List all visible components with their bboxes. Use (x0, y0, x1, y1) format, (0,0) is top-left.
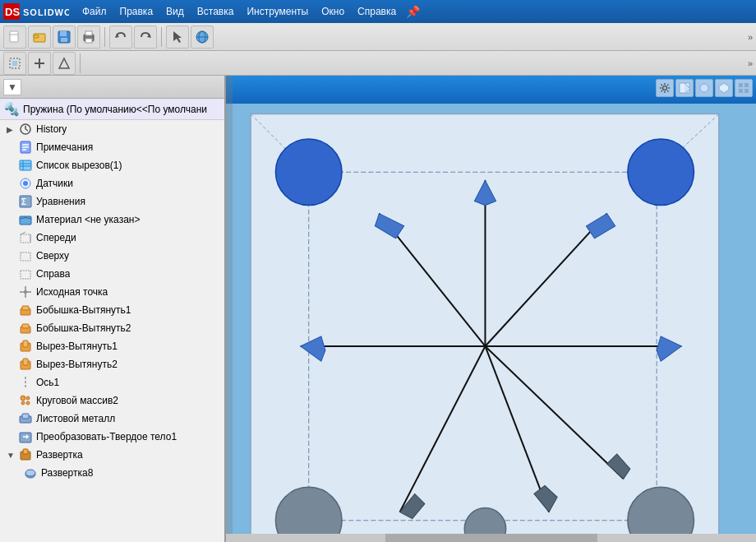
tree-item-notes[interactable]: Примечания (0, 138, 224, 156)
sheetmetal-label: Листовой металл (36, 413, 115, 424)
save-button[interactable] (53, 25, 76, 49)
main-area: ▼ 🔩 Пружина (По умолчанию<<По умолчани ▶… (0, 76, 756, 542)
tree-item-boss1[interactable]: Бобышка-Вытянуть1 (0, 301, 224, 319)
svg-rect-49 (22, 306, 29, 310)
tree-header: ▼ (0, 76, 224, 99)
vp-settings-btn[interactable] (656, 79, 674, 97)
print-button[interactable] (77, 25, 100, 49)
toolbar-separator-1 (104, 27, 105, 47)
toolbar-main: » (0, 23, 756, 51)
svg-rect-51 (22, 324, 29, 328)
convert-label: Преобразовать-Твердое тело1 (36, 431, 177, 442)
notes-icon (18, 140, 33, 155)
tree-item-history[interactable]: ▶ History (0, 120, 224, 138)
svg-text:SOLIDWORKS: SOLIDWORKS (23, 7, 69, 17)
tree-item-pattern[interactable]: Круговой массив2 (0, 391, 224, 410)
tree-item-top[interactable]: Сверху (0, 247, 224, 265)
menu-file[interactable]: Файл (76, 4, 113, 19)
svg-rect-8 (60, 31, 67, 36)
vp-display4-btn[interactable] (735, 79, 753, 97)
undo-button[interactable] (109, 25, 132, 49)
tree-item-equations[interactable]: Σ Уравнения (0, 192, 224, 211)
sensors-icon (18, 176, 33, 191)
svg-point-67 (25, 470, 35, 476)
toolbar-separator-2 (161, 27, 162, 47)
redo-button[interactable] (134, 25, 157, 49)
tree-item-cut2[interactable]: Вырез-Вытянуть2 (0, 355, 224, 373)
sheetmetal-icon (18, 411, 33, 426)
globe-button[interactable] (191, 25, 214, 49)
menu-edit[interactable]: Правка (113, 4, 160, 19)
right-label: Справа (36, 268, 70, 280)
menu-tools[interactable]: Инструменты (240, 4, 315, 19)
svg-point-68 (663, 86, 667, 90)
flatten-icon (18, 447, 33, 462)
svg-point-58 (26, 396, 30, 400)
top-label: Сверху (36, 250, 69, 262)
front-label: Спереди (36, 232, 76, 243)
viewport (226, 76, 756, 542)
tb2-btn1[interactable] (3, 52, 26, 75)
toolbar-expand[interactable]: » (748, 32, 753, 42)
axis1-icon (18, 375, 33, 390)
menu-window[interactable]: Окно (315, 4, 351, 19)
tree-item-flatten[interactable]: ▼ Развертка (0, 446, 224, 464)
tree-item-axis1[interactable]: Ось1 (0, 373, 224, 391)
origin-label: Исходная точка (36, 286, 108, 298)
svg-rect-12 (85, 39, 92, 43)
panel-resize-handle[interactable] (226, 76, 233, 542)
vp-display1-btn[interactable] (675, 79, 694, 97)
boss2-icon (18, 321, 33, 336)
tree-item-cutlist[interactable]: Список вырезов(1) (0, 156, 224, 174)
cut1-icon (18, 339, 33, 354)
horizontal-scrollbar[interactable] (226, 534, 756, 542)
svg-marker-23 (59, 58, 69, 68)
tree-item-sensors[interactable]: Датчики (0, 174, 224, 192)
svg-rect-73 (744, 83, 749, 87)
vp-display2-btn[interactable] (695, 79, 713, 97)
tree-item-flatten8[interactable]: Развертка8 (0, 464, 224, 482)
logo: DS SOLIDWORKS (3, 2, 69, 21)
svg-text:DS: DS (5, 6, 20, 18)
cut2-icon (18, 357, 33, 372)
tree-item-sheetmetal[interactable]: Листовой металл (0, 410, 224, 428)
axis1-label: Ось1 (36, 377, 59, 388)
material-icon (18, 212, 33, 227)
menubar: DS SOLIDWORKS Файл Правка Вид Вставка Ин… (0, 0, 756, 23)
svg-line-26 (25, 129, 28, 131)
menu-insert[interactable]: Вставка (191, 4, 241, 19)
tree-root-item[interactable]: 🔩 Пружина (По умолчанию<<По умолчани (0, 99, 224, 120)
feature-tree-panel: ▼ 🔩 Пружина (По умолчанию<<По умолчани ▶… (0, 76, 226, 542)
svg-rect-40 (21, 234, 30, 243)
menu-view[interactable]: Вид (159, 4, 191, 19)
svg-point-99 (628, 139, 694, 206)
open-button[interactable] (28, 25, 51, 49)
new-button[interactable] (3, 25, 26, 49)
svg-rect-31 (20, 160, 31, 170)
material-label: Материал <не указан> (36, 214, 140, 225)
tree-filter-button[interactable]: ▼ (3, 79, 21, 95)
expand-icon-flatten: ▼ (7, 451, 16, 460)
tree-item-material[interactable]: Материал <не указан> (0, 211, 224, 229)
tb2-btn3[interactable] (53, 52, 76, 75)
vp-display3-btn[interactable] (715, 79, 733, 97)
tree-item-front[interactable]: Спереди (0, 229, 224, 247)
svg-point-59 (21, 401, 25, 405)
tree-item-cut1[interactable]: Вырез-Вытянуть1 (0, 337, 224, 355)
model-drawing (234, 104, 748, 542)
tree-item-origin[interactable]: Исходная точка (0, 283, 224, 301)
viewport-toolbar (656, 79, 753, 97)
menu-help[interactable]: Справка (351, 4, 403, 19)
tree-item-convert[interactable]: Преобразовать-Твердое тело1 (0, 428, 224, 446)
svg-point-47 (24, 290, 27, 294)
svg-rect-65 (23, 449, 28, 454)
toolbar2-expand[interactable]: » (748, 58, 753, 68)
tree-item-right[interactable]: Справа (0, 265, 224, 283)
select-button[interactable] (166, 25, 189, 49)
pattern-label: Круговой массив2 (36, 395, 118, 406)
svg-rect-72 (739, 83, 743, 87)
tree-item-boss2[interactable]: Бобышка-Вытянуть2 (0, 319, 224, 337)
pin-icon[interactable]: 📌 (406, 5, 420, 18)
sensors-label: Датчики (36, 178, 73, 189)
tb2-btn2[interactable] (28, 52, 51, 75)
